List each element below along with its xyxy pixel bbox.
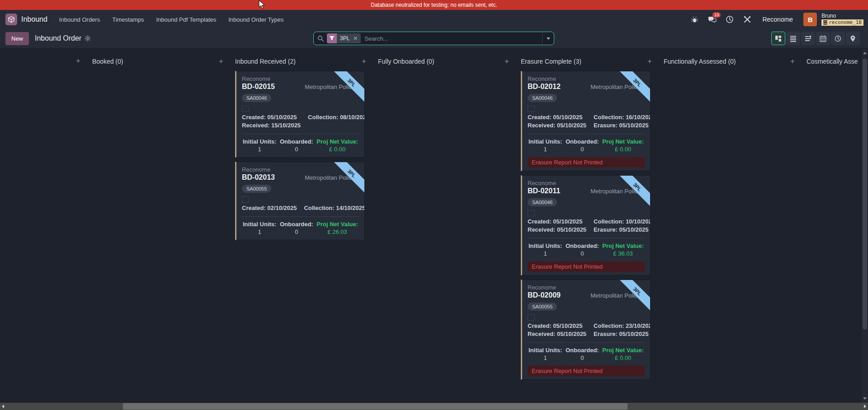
- proj-net-value-label: Proj Net Value:: [316, 221, 358, 228]
- calendar-view-button[interactable]: [816, 32, 830, 45]
- card-title-row: BD-02009 Metropolitan Police ,: [528, 291, 645, 299]
- card-checkbox[interactable]: [242, 196, 249, 203]
- scroll-right-arrow-icon[interactable]: [864, 405, 866, 408]
- card-title-row: BD-02012 Metropolitan Police ,: [528, 83, 645, 91]
- user-menu[interactable]: Bruno reconome_18: [821, 13, 863, 25]
- vertical-scrollbar[interactable]: [862, 49, 868, 403]
- bug-icon[interactable]: [690, 15, 699, 24]
- scroll-down-arrow-icon[interactable]: [863, 397, 867, 400]
- onboarded-label: Onboarded:: [566, 242, 599, 249]
- scroll-left-arrow-icon[interactable]: [2, 405, 4, 408]
- search-dropdown-toggle[interactable]: [542, 32, 554, 45]
- card-date-field: Received: 05/10/2025: [528, 122, 586, 129]
- card-dates: Created: 05/10/2025Collection: 08/10/202…: [242, 114, 359, 129]
- add-column-record-button[interactable]: +: [790, 58, 795, 65]
- map-view-button[interactable]: [846, 32, 860, 45]
- kanban-column-header: Erasure Complete (3) +: [514, 58, 657, 65]
- column-title[interactable]: Booked (0): [92, 58, 123, 65]
- card-checkbox[interactable]: [528, 314, 535, 321]
- card-date-field: Created: 05/10/2025: [528, 322, 586, 329]
- view-switcher: [771, 32, 860, 45]
- column-title[interactable]: Cosmetically Asse: [807, 58, 858, 65]
- card-dates: Created: 05/10/2025Collection: 10/10/202…: [528, 218, 645, 233]
- kanban-card[interactable]: 3PL Reconome BD-02015 Metropolitan Polic…: [235, 71, 365, 158]
- tools-icon[interactable]: [743, 15, 752, 24]
- add-column-record-button[interactable]: +: [219, 58, 223, 65]
- card-date-field: Created: 05/10/2025: [528, 218, 586, 225]
- kanban-column-header: +: [0, 58, 86, 64]
- onboarded-value: 0: [566, 250, 599, 257]
- card-date-field: Erasure: 05/10/2025: [594, 331, 651, 337]
- activity-view-button[interactable]: [831, 32, 845, 45]
- column-title[interactable]: Erasure Complete (3): [521, 58, 581, 65]
- column-cards: 3PL Reconome BD-02012 Metropolitan Polic…: [514, 71, 657, 380]
- onboarded-label: Onboarded:: [566, 138, 599, 145]
- database-icon: [823, 20, 827, 25]
- horizontal-scrollbar[interactable]: [0, 403, 868, 410]
- nav-menu-item[interactable]: Inbound Order Types: [228, 16, 283, 23]
- add-column-record-button[interactable]: +: [362, 58, 366, 65]
- card-date-field: Created: 02/10/2025: [242, 205, 297, 211]
- app-name[interactable]: Inbound: [21, 15, 47, 23]
- search-input[interactable]: [361, 35, 542, 42]
- scroll-up-arrow-icon[interactable]: [863, 52, 867, 54]
- card-checkbox[interactable]: [528, 106, 535, 112]
- messages-icon[interactable]: 13: [708, 15, 717, 24]
- card-title-row: BD-02013 Metropolitan Police ,: [242, 173, 359, 182]
- vertical-scrollbar-thumb[interactable]: [863, 59, 867, 330]
- horizontal-scrollbar-thumb[interactable]: [123, 403, 627, 410]
- card-footer: Initial Units: 1 Onboarded: 0 Proj Net V…: [528, 343, 645, 366]
- facet-remove-icon[interactable]: ✕: [353, 35, 361, 42]
- user-name: Bruno: [821, 13, 863, 19]
- card-tag: SA00046: [242, 94, 271, 102]
- timeline-icon: [805, 35, 811, 42]
- column-title[interactable]: Fully Onboarded (0): [378, 58, 434, 65]
- initial-units-value: 1: [243, 228, 276, 235]
- card-footer: Initial Units: 1 Onboarded: 0 Proj Net V…: [242, 134, 359, 157]
- app-icon[interactable]: [5, 14, 17, 25]
- erasure-warning: Erasure Report Not Printed: [528, 157, 645, 168]
- onboarded-label: Onboarded:: [280, 138, 313, 145]
- card-date-field: Created: 05/10/2025: [242, 114, 301, 121]
- company-switcher[interactable]: Reconome: [762, 16, 793, 23]
- search-icon: [317, 35, 324, 42]
- kanban-card[interactable]: 3PL Reconome BD-02013 Metropolitan Polic…: [235, 162, 365, 240]
- nav-menu-item[interactable]: Timestamps: [112, 16, 144, 23]
- gear-icon[interactable]: [85, 35, 91, 42]
- card-dates: Created: 05/10/2025Collection: 16/10/202…: [528, 114, 645, 129]
- column-title[interactable]: Functionally Assessed (0): [664, 58, 736, 65]
- nav-menu-item[interactable]: Inbound Orders: [59, 16, 100, 23]
- card-tag: SA00055: [242, 185, 271, 193]
- kanban-view-button[interactable]: [771, 32, 785, 45]
- new-button[interactable]: New: [5, 32, 29, 45]
- card-date-field: Erasure: 05/10/2025: [594, 226, 651, 233]
- kanban-column: Inbound Received (2) + 3PL Reconome BD-0…: [229, 48, 372, 244]
- card-footer: Initial Units: 1 Onboarded: 0 Proj Net V…: [528, 238, 645, 261]
- column-title[interactable]: Inbound Received (2): [235, 58, 296, 65]
- database-name: reconome_18: [829, 20, 862, 25]
- proj-net-value-value: £ 26.03: [316, 228, 358, 235]
- card-date-field: Created: 05/10/2025: [528, 114, 586, 121]
- initial-units-label: Initial Units:: [243, 221, 276, 228]
- card-reference: BD-02013: [242, 173, 275, 182]
- card-date-field: Received: 05/10/2025: [528, 226, 586, 233]
- card-checkbox[interactable]: [528, 210, 535, 216]
- breadcrumb: Inbound Order: [35, 34, 91, 42]
- activities-clock-icon[interactable]: [725, 15, 734, 24]
- add-column-record-button[interactable]: +: [647, 58, 652, 65]
- add-column-record-button[interactable]: +: [505, 58, 509, 65]
- card-dates: Created: 05/10/2025Collection: 23/10/202…: [528, 322, 645, 337]
- navbar: Inbound Inbound Orders Timestamps Inboun…: [0, 10, 868, 29]
- kanban-card[interactable]: 3PL Reconome BD-02012 Metropolitan Polic…: [521, 71, 651, 171]
- add-column-record-button[interactable]: +: [76, 58, 80, 64]
- kanban-card[interactable]: 3PL Reconome BD-02011 Metropolitan Polic…: [521, 175, 651, 275]
- list-view-button[interactable]: [786, 32, 800, 45]
- kanban-card[interactable]: 3PL Reconome BD-02009 Metropolitan Polic…: [521, 280, 651, 380]
- timeline-view-button[interactable]: [801, 32, 815, 45]
- proj-net-value-value: £ 0.00: [602, 354, 644, 361]
- search-facet: 3PL ✕: [327, 33, 361, 43]
- nav-menu-item[interactable]: Inbound Pdf Templates: [156, 16, 217, 23]
- card-checkbox[interactable]: [242, 106, 249, 112]
- kanban-board: + Booked (0) + Inbound Received (2) + 3P…: [0, 48, 862, 403]
- avatar[interactable]: B: [803, 13, 817, 26]
